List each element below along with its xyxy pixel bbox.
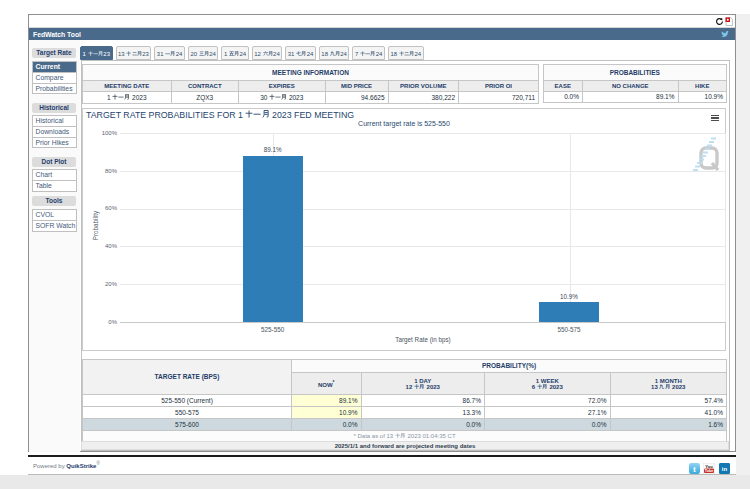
- svg-text:t: t: [693, 464, 696, 474]
- svg-text:You: You: [705, 464, 713, 469]
- svg-text:in: in: [722, 466, 728, 472]
- svg-text:Tube: Tube: [705, 469, 714, 473]
